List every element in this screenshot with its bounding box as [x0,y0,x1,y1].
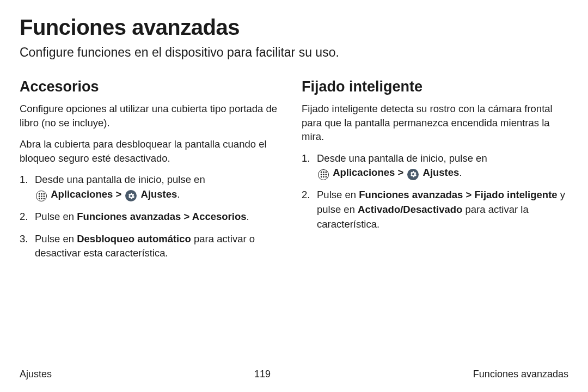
svg-point-5 [43,195,45,197]
svg-point-7 [41,198,42,199]
step-text: Desde una pantalla de inicio, pulse en [317,152,487,164]
svg-point-11 [325,171,327,173]
settings-icon [407,169,419,180]
svg-point-3 [38,195,40,197]
left-steps: Desde una pantalla de inicio, pulse en A… [20,173,286,261]
svg-point-8 [43,198,45,199]
footer-page-number: 119 [254,369,271,380]
step-text: Pulse en [35,233,77,244]
page-title: Funciones avanzadas [20,15,568,40]
apps-label: Aplicaciones [333,167,395,178]
step-bold: Desbloqueo automático [77,233,191,244]
right-para-1: Fijado inteligente detecta su rostro con… [302,102,568,144]
settings-label: Ajustes [141,188,177,200]
svg-point-17 [325,176,327,178]
right-column: Fijado inteligente Fijado inteligente de… [302,78,568,268]
section-heading-fijado: Fijado inteligente [302,78,568,95]
svg-point-13 [323,174,324,176]
apps-icon [318,169,329,180]
right-step-1: Desde una pantalla de inicio, pulse en A… [302,151,568,181]
footer-left: Ajustes [20,369,52,380]
svg-point-6 [38,198,40,199]
svg-point-2 [43,193,45,195]
separator: > [397,167,406,178]
svg-point-12 [320,174,322,176]
left-step-2: Pulse en Funciones avanzadas > Accesorio… [20,210,286,224]
svg-point-15 [320,176,322,178]
page-intro: Configure funciones en el dispositivo pa… [20,45,568,60]
svg-point-0 [38,193,40,195]
step-bold: Funciones avanzadas > Fijado inteligente [359,189,557,200]
left-column: Accesorios Configure opciones al utiliza… [20,78,286,268]
svg-point-1 [41,193,42,195]
step-bold: Activado/Desactivado [358,204,462,215]
step-bold: Funciones avanzadas > Accesorios [77,211,246,222]
svg-point-16 [323,176,324,178]
period: . [459,167,462,178]
page-footer: Ajustes 119 Funciones avanzadas [20,369,568,380]
left-step-3: Pulse en Desbloqueo automático para acti… [20,232,286,261]
left-step-1: Desde una pantalla de inicio, pulse en A… [20,173,286,202]
step-text: Pulse en [317,189,359,200]
left-para-1: Configure opciones al utilizar una cubie… [20,102,286,130]
settings-label: Ajustes [423,167,460,178]
period: . [177,188,180,200]
step-text: Desde una pantalla de inicio, pulse en [35,174,205,185]
columns: Accesorios Configure opciones al utiliza… [20,78,568,268]
period: . [247,211,249,222]
apps-icon [36,191,47,201]
settings-icon [125,190,137,201]
apps-label: Aplicaciones [51,188,113,200]
left-para-2: Abra la cubierta para desbloquear la pan… [20,137,286,165]
section-heading-accesorios: Accesorios [20,78,286,95]
separator: > [115,188,124,200]
right-step-2: Pulse en Funciones avanzadas > Fijado in… [302,188,568,231]
right-steps: Desde una pantalla de inicio, pulse en A… [302,151,568,232]
svg-point-14 [325,174,327,176]
svg-point-10 [323,171,324,173]
step-text: Pulse en [35,211,77,222]
footer-right: Funciones avanzadas [473,369,568,380]
svg-point-9 [320,171,322,173]
svg-point-4 [41,195,42,197]
manual-page: Funciones avanzadas Configure funciones … [0,0,588,392]
